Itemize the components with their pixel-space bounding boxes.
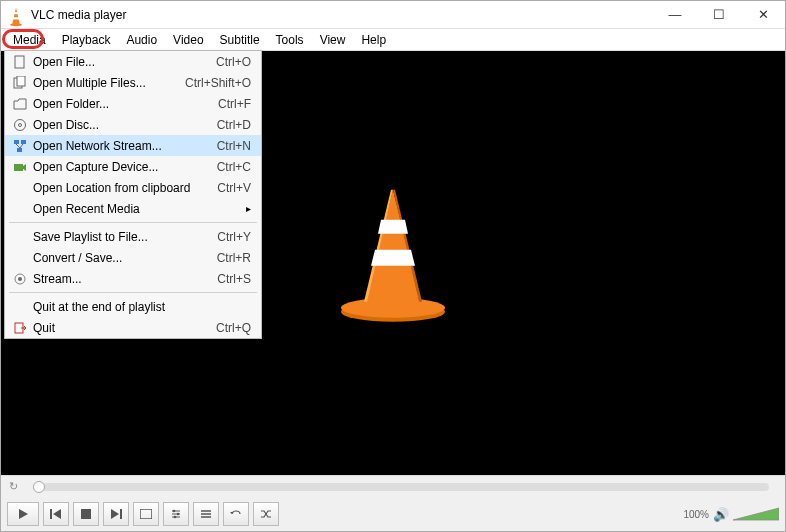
submenu-arrow-icon: ▸	[246, 203, 251, 214]
vlc-cone-icon	[333, 184, 453, 328]
menu-open-recent-media[interactable]: Open Recent Media ▸	[5, 198, 261, 219]
svg-marker-6	[365, 190, 421, 302]
menu-stream[interactable]: Stream... Ctrl+S	[5, 268, 261, 289]
menu-open-file[interactable]: Open File... Ctrl+O	[5, 51, 261, 72]
menubar: Media Playback Audio Video Subtitle Tool…	[1, 29, 785, 51]
playlist-button[interactable]	[193, 502, 219, 526]
svg-rect-10	[50, 509, 52, 519]
menu-quit[interactable]: Quit Ctrl+Q	[5, 317, 261, 338]
menu-open-location-clipboard[interactable]: Open Location from clipboard Ctrl+V	[5, 177, 261, 198]
svg-rect-34	[21, 140, 26, 144]
menu-save-playlist[interactable]: Save Playlist to File... Ctrl+Y	[5, 226, 261, 247]
menu-tools[interactable]: Tools	[268, 31, 312, 49]
svg-point-3	[10, 23, 22, 26]
svg-point-20	[177, 513, 180, 516]
menu-subtitle[interactable]: Subtitle	[212, 31, 268, 49]
menu-separator	[9, 292, 257, 293]
svg-rect-28	[15, 56, 24, 68]
svg-rect-38	[14, 164, 23, 171]
menu-audio[interactable]: Audio	[118, 31, 165, 49]
capture-icon	[9, 160, 31, 174]
stream-icon	[9, 272, 31, 286]
svg-line-37	[20, 144, 23, 148]
vlc-logo-icon	[7, 6, 25, 24]
seek-track[interactable]	[33, 483, 769, 491]
controls-bar: 100% 🔊	[1, 497, 785, 531]
window-title: VLC media player	[31, 8, 653, 22]
quit-icon	[9, 321, 31, 335]
svg-marker-25	[230, 512, 234, 514]
titlebar: VLC media player — ☐ ✕	[1, 1, 785, 29]
svg-rect-15	[140, 509, 152, 519]
seek-bar: ↻	[1, 475, 785, 497]
media-menu-dropdown: Open File... Ctrl+O Open Multiple Files.…	[4, 50, 262, 339]
svg-point-21	[174, 516, 177, 519]
svg-point-40	[18, 277, 22, 281]
menu-help[interactable]: Help	[353, 31, 394, 49]
svg-marker-9	[19, 509, 28, 519]
minimize-button[interactable]: —	[653, 1, 697, 29]
seek-knob[interactable]	[33, 481, 45, 493]
svg-rect-30	[17, 76, 25, 86]
menu-playback[interactable]: Playback	[54, 31, 119, 49]
folder-icon	[9, 97, 31, 111]
menu-open-disc[interactable]: Open Disc... Ctrl+D	[5, 114, 261, 135]
disc-icon	[9, 118, 31, 132]
shuffle-button[interactable]	[253, 502, 279, 526]
menu-convert-save[interactable]: Convert / Save... Ctrl+R	[5, 247, 261, 268]
svg-marker-13	[111, 509, 119, 519]
file-icon	[9, 55, 31, 69]
close-button[interactable]: ✕	[741, 1, 785, 29]
menu-open-network-stream[interactable]: Open Network Stream... Ctrl+N	[5, 135, 261, 156]
svg-marker-11	[53, 509, 61, 519]
svg-point-31	[15, 119, 26, 130]
volume-control: 100% 🔊	[683, 507, 779, 522]
menu-quit-end-playlist[interactable]: Quit at the end of playlist	[5, 296, 261, 317]
loop-button[interactable]	[223, 502, 249, 526]
svg-marker-39	[23, 164, 26, 171]
svg-rect-1	[14, 12, 19, 14]
menu-view[interactable]: View	[312, 31, 354, 49]
network-icon	[9, 139, 31, 153]
stop-button[interactable]	[73, 502, 99, 526]
maximize-button[interactable]: ☐	[697, 1, 741, 29]
previous-button[interactable]	[43, 502, 69, 526]
menu-open-multiple-files[interactable]: Open Multiple Files... Ctrl+Shift+O	[5, 72, 261, 93]
next-button[interactable]	[103, 502, 129, 526]
menu-video[interactable]: Video	[165, 31, 211, 49]
menu-separator	[9, 222, 257, 223]
svg-rect-14	[120, 509, 122, 519]
menu-open-folder[interactable]: Open Folder... Ctrl+F	[5, 93, 261, 114]
loop-ab-icon[interactable]: ↻	[9, 480, 25, 493]
svg-point-32	[19, 123, 22, 126]
extended-settings-button[interactable]	[163, 502, 189, 526]
files-icon	[9, 76, 31, 90]
svg-point-19	[173, 510, 176, 513]
svg-line-36	[16, 144, 20, 148]
svg-rect-2	[13, 17, 19, 19]
svg-rect-12	[81, 509, 91, 519]
menu-media[interactable]: Media	[5, 31, 54, 49]
play-button[interactable]	[7, 502, 39, 526]
volume-slider[interactable]	[733, 507, 779, 521]
speaker-icon[interactable]: 🔊	[713, 507, 729, 522]
menu-open-capture-device[interactable]: Open Capture Device... Ctrl+C	[5, 156, 261, 177]
fullscreen-button[interactable]	[133, 502, 159, 526]
svg-rect-33	[14, 140, 19, 144]
svg-marker-0	[12, 7, 20, 24]
volume-label: 100%	[683, 509, 709, 520]
svg-rect-35	[17, 148, 22, 152]
